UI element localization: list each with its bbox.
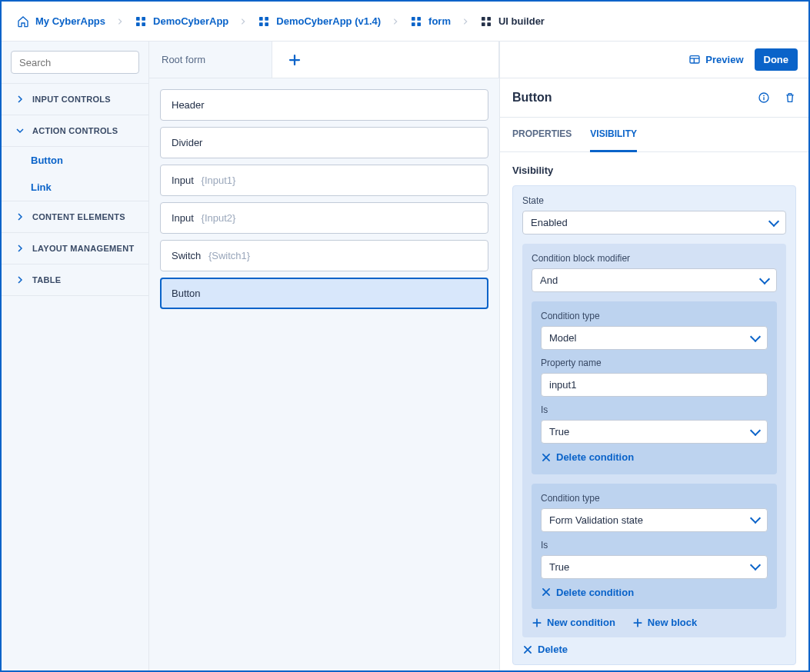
modifier-label: Condition block modifier <box>532 253 777 264</box>
state-select[interactable]: Enabled <box>522 211 786 235</box>
delete-condition-button[interactable]: Delete condition <box>541 451 634 463</box>
plus-icon <box>532 617 542 628</box>
trash-icon[interactable] <box>784 91 796 104</box>
element-name: Button <box>172 288 201 299</box>
delete-condition-label: Delete condition <box>556 451 634 463</box>
is-label: Is <box>541 540 768 551</box>
element-id: {Input2} <box>202 212 236 224</box>
element-name: Switch <box>172 250 201 261</box>
form-element-button[interactable]: Button <box>160 278 488 309</box>
condition-type-label: Condition type <box>541 311 768 321</box>
element-name: Header <box>172 99 205 111</box>
grid-icon <box>258 15 270 28</box>
grid-icon <box>480 15 492 28</box>
element-name: Divider <box>172 137 202 148</box>
sidebar-group-action-controls[interactable]: ACTION CONTROLS <box>2 115 148 147</box>
sidebar-item-link[interactable]: Link <box>2 174 148 201</box>
element-name: Input <box>172 175 194 186</box>
chevron-right-icon <box>388 15 402 28</box>
sidebar-sublist: Button Link <box>2 147 148 201</box>
sidebar-group-label: ACTION CONTROLS <box>32 126 118 135</box>
tab-properties[interactable]: PROPERTIES <box>512 118 572 151</box>
breadcrumb: My CyberApps DemoCyberApp DemoCyberApp (… <box>2 2 808 42</box>
prop-tabs: PROPERTIES VISIBILITY <box>500 118 808 152</box>
breadcrumb-label: form <box>428 15 451 27</box>
condition-type-label: Condition type <box>541 493 768 504</box>
preview-button[interactable]: Preview <box>688 54 743 66</box>
done-button[interactable]: Done <box>755 48 798 71</box>
form-element-switch[interactable]: Switch {Switch1} <box>160 240 488 271</box>
breadcrumb-label: DemoCyberApp (v1.4) <box>276 15 381 27</box>
form-element-input1[interactable]: Input {Input1} <box>160 165 488 196</box>
form-element-input2[interactable]: Input {Input2} <box>160 202 488 234</box>
visibility-panel: Visibility State Enabled Condition block… <box>500 152 808 670</box>
condition-type-select[interactable]: Form Validation state <box>541 508 768 532</box>
add-tab-button[interactable] <box>288 53 302 67</box>
sidebar: INPUT CONTROLS ACTION CONTROLS Button Li… <box>2 42 149 670</box>
new-condition-label: New condition <box>547 617 615 628</box>
breadcrumb-label: DemoCyberApp <box>153 15 228 27</box>
selected-title: Button <box>512 91 552 105</box>
right-panel: Preview Done Button PROPERTIES VISIBILIT… <box>500 42 808 670</box>
grid-icon <box>410 15 422 28</box>
is-label: Is <box>541 404 768 415</box>
new-block-button[interactable]: New block <box>632 617 697 628</box>
preview-label: Preview <box>705 54 743 65</box>
sidebar-group-label: LAYOUT MANAGEMENT <box>32 244 134 253</box>
chevron-right-icon <box>236 15 250 28</box>
sidebar-group-table[interactable]: TABLE <box>2 264 148 296</box>
new-condition-button[interactable]: New condition <box>532 617 615 628</box>
condition-block: Condition block modifier And Condition t… <box>522 244 786 637</box>
form-elements-list: Header Divider Input {Input1} Input {Inp… <box>149 78 499 320</box>
breadcrumb-item-form[interactable]: form <box>410 15 451 28</box>
chevron-right-icon <box>458 15 472 28</box>
chevron-right-icon <box>15 275 25 284</box>
is-select[interactable]: True <box>541 420 768 444</box>
chevron-right-icon <box>15 244 25 253</box>
preview-icon <box>688 54 701 66</box>
breadcrumb-item-democyberapp[interactable]: DemoCyberApp <box>135 15 228 28</box>
search-input[interactable] <box>18 56 150 69</box>
breadcrumb-label: My CyberApps <box>35 15 105 27</box>
is-select[interactable]: True <box>541 555 768 579</box>
delete-condition-button[interactable]: Delete condition <box>541 587 634 598</box>
plus-icon <box>632 617 643 628</box>
sidebar-group-layout-management[interactable]: LAYOUT MANAGEMENT <box>2 233 148 264</box>
chevron-right-icon <box>15 212 25 221</box>
breadcrumb-label: UI builder <box>498 15 545 27</box>
form-element-divider[interactable]: Divider <box>160 127 488 158</box>
sidebar-group-label: INPUT CONTROLS <box>32 95 111 104</box>
state-label: State <box>522 195 786 206</box>
chevron-right-icon <box>113 15 127 28</box>
form-element-header[interactable]: Header <box>160 89 488 121</box>
property-name-label: Property name <box>541 358 768 368</box>
condition-card: Condition type Form Validation state Is … <box>532 484 777 610</box>
close-icon <box>541 587 552 597</box>
canvas: Root form Header Divider Input {Input1} … <box>149 42 500 670</box>
chevron-down-icon <box>15 126 25 135</box>
breadcrumb-item-my-cyberapps[interactable]: My CyberApps <box>17 15 105 28</box>
canvas-add-tab-area <box>272 42 499 78</box>
condition-type-select[interactable]: Model <box>541 326 768 350</box>
sidebar-item-button[interactable]: Button <box>2 147 148 174</box>
root-form-tab[interactable]: Root form <box>149 42 272 78</box>
selection-header: Button <box>500 78 808 118</box>
property-name-input[interactable]: input1 <box>541 373 768 397</box>
info-icon[interactable] <box>758 91 770 104</box>
tab-visibility[interactable]: VISIBILITY <box>590 118 637 152</box>
element-id: {Switch1} <box>208 250 250 261</box>
sidebar-group-content-elements[interactable]: CONTENT ELEMENTS <box>2 201 148 233</box>
dependency-card: State Enabled Condition block modifier A… <box>512 185 796 665</box>
close-icon <box>541 452 552 463</box>
home-icon <box>17 15 29 28</box>
breadcrumb-item-ui-builder: UI builder <box>480 15 545 28</box>
delete-dependency-button[interactable]: Delete <box>522 644 786 655</box>
breadcrumb-item-version[interactable]: DemoCyberApp (v1.4) <box>258 15 381 28</box>
element-name: Input <box>172 212 194 224</box>
panel-title: Visibility <box>512 165 796 176</box>
delete-condition-label: Delete condition <box>556 587 634 598</box>
modifier-select[interactable]: And <box>532 268 777 292</box>
new-block-label: New block <box>648 617 697 628</box>
sidebar-group-input-controls[interactable]: INPUT CONTROLS <box>2 84 148 115</box>
search-container <box>11 51 139 74</box>
